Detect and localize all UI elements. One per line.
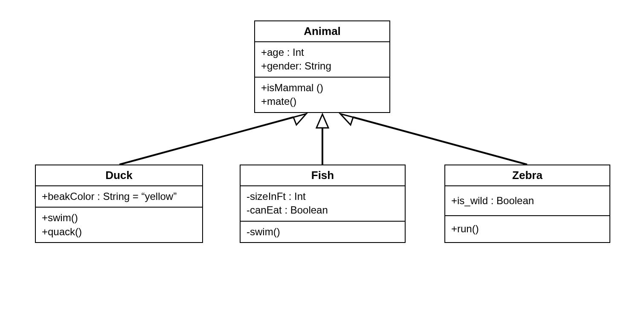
class-zebra-name: Zebra [445, 165, 609, 186]
svg-marker-1 [293, 114, 306, 125]
svg-marker-5 [340, 114, 353, 125]
class-fish-attributes: -sizeInFt : Int -canEat : Boolean [241, 186, 405, 222]
svg-line-4 [353, 117, 527, 165]
method: +run() [451, 222, 603, 236]
svg-marker-3 [316, 114, 328, 128]
class-duck: Duck +beakColor : String = “yellow” +swi… [35, 165, 203, 243]
attribute: +gender: String [261, 59, 383, 73]
class-animal-attributes: +age : Int +gender: String [255, 42, 389, 78]
attribute: -canEat : Boolean [247, 203, 399, 217]
uml-diagram: Animal +age : Int +gender: String +isMam… [0, 0, 644, 312]
arrow-zebra-to-animal [340, 114, 527, 165]
class-fish: Fish -sizeInFt : Int -canEat : Boolean -… [240, 165, 406, 243]
class-zebra-attributes: +is_wild : Boolean [445, 186, 609, 216]
class-fish-name: Fish [241, 165, 405, 186]
method: +isMammal () [261, 81, 383, 95]
class-zebra-methods: +run() [445, 216, 609, 242]
class-animal-methods: +isMammal () +mate() [255, 78, 389, 112]
arrow-fish-to-animal [316, 114, 328, 165]
attribute: +is_wild : Boolean [451, 194, 603, 208]
attribute: +age : Int [261, 46, 383, 59]
method: +mate() [261, 95, 383, 108]
class-duck-methods: +swim() +quack() [36, 208, 202, 242]
attribute: -sizeInFt : Int [247, 190, 399, 203]
attribute: +beakColor : String = “yellow” [42, 190, 196, 203]
arrow-duck-to-animal [119, 114, 306, 165]
class-fish-methods: -swim() [241, 222, 405, 242]
class-animal: Animal +age : Int +gender: String +isMam… [254, 20, 390, 113]
class-duck-name: Duck [36, 165, 202, 186]
svg-line-0 [119, 117, 293, 165]
class-animal-name: Animal [255, 21, 389, 42]
method: +swim() [42, 211, 196, 225]
method: +quack() [42, 225, 196, 239]
class-zebra: Zebra +is_wild : Boolean +run() [444, 165, 610, 243]
class-duck-attributes: +beakColor : String = “yellow” [36, 186, 202, 208]
method: -swim() [247, 225, 399, 239]
